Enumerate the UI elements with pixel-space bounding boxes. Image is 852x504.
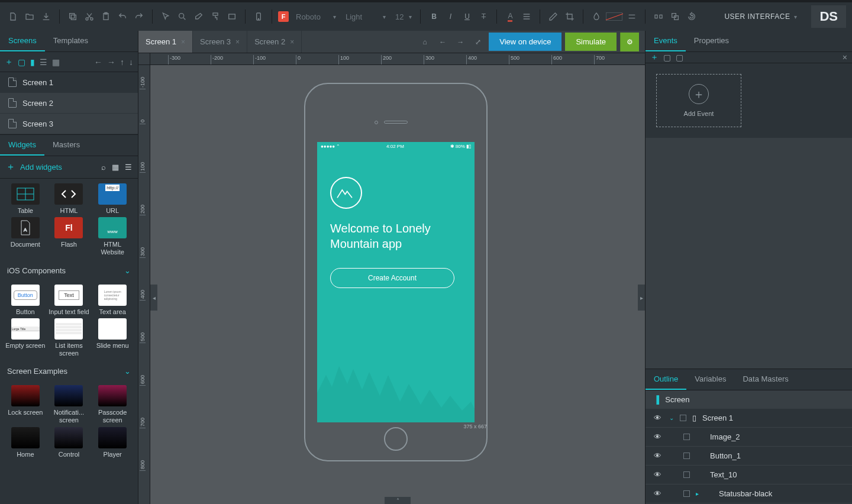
widget-item[interactable]: Large TitleEmpty screen: [5, 318, 46, 357]
widget-item[interactable]: Slide menu: [92, 318, 133, 357]
visibility-icon[interactable]: 👁: [654, 489, 663, 498]
underline-icon[interactable]: U: [460, 9, 474, 24]
eraser-icon[interactable]: [192, 9, 206, 24]
screen-item[interactable]: Screen 3: [0, 114, 138, 134]
pointer-icon[interactable]: [159, 9, 173, 24]
widget-item[interactable]: wwwHTML Website: [92, 217, 133, 256]
widget-item[interactable]: Player: [92, 427, 133, 458]
list-view-icon[interactable]: ☰: [40, 57, 47, 67]
widget-item[interactable]: http://URL: [92, 183, 133, 215]
widget-item[interactable]: Lock screen: [5, 385, 46, 424]
grid-icon[interactable]: ▦: [112, 163, 119, 172]
font-badge-icon[interactable]: F: [278, 11, 289, 22]
tab-screens[interactable]: Screens: [0, 31, 45, 51]
search-icon[interactable]: [175, 9, 189, 24]
new-file-icon[interactable]: [6, 9, 20, 24]
close-icon[interactable]: ×: [290, 38, 294, 46]
view-on-device-button[interactable]: View on device: [489, 33, 561, 51]
panel-toggle-left-icon[interactable]: ◂: [150, 285, 157, 311]
rotate-icon[interactable]: [685, 9, 699, 24]
outline-root[interactable]: ▐ Screen: [646, 390, 852, 409]
add-event-icon[interactable]: ＋: [650, 52, 659, 63]
font-weight-select[interactable]: Light: [341, 10, 388, 24]
back-icon[interactable]: ←: [435, 35, 450, 49]
add-screen-icon[interactable]: ＋: [5, 57, 13, 67]
forward-icon[interactable]: →: [453, 35, 467, 49]
canvas-tab[interactable]: Screen 2×: [247, 31, 302, 53]
undo-icon[interactable]: [115, 9, 130, 24]
outline-item[interactable]: 👁⌄▯Screen 1: [646, 409, 852, 428]
paste-icon[interactable]: [99, 9, 113, 24]
screen-examples-header[interactable]: Screen Examples ⌄: [0, 362, 138, 380]
close-icon[interactable]: ×: [235, 38, 240, 46]
panel-toggle-bottom-icon[interactable]: ˄: [385, 497, 411, 504]
tab-masters[interactable]: Masters: [44, 135, 88, 156]
tab-data-masters[interactable]: Data Masters: [734, 369, 796, 390]
widget-item[interactable]: Home: [5, 427, 46, 458]
phone-screen[interactable]: ●●●●● ⌃ 4:02 PM ✱ 80% ▮▯ Welcome to Lone…: [317, 142, 475, 422]
line-style-icon[interactable]: [625, 9, 639, 24]
chevron-right-icon[interactable]: ▸: [696, 490, 699, 497]
add-event-button[interactable]: ＋ Add Event: [656, 74, 741, 127]
visibility-icon[interactable]: 👁: [654, 413, 663, 422]
cut-icon[interactable]: [82, 9, 96, 24]
checkbox-icon[interactable]: [683, 490, 690, 497]
tab-templates[interactable]: Templates: [45, 31, 96, 51]
drop-icon[interactable]: [589, 9, 604, 24]
nav-back-icon[interactable]: ←: [94, 57, 102, 67]
tab-variables[interactable]: Variables: [686, 369, 734, 390]
canvas-tab[interactable]: Screen 1×: [138, 31, 193, 53]
widget-item[interactable]: Notificati... screen: [49, 385, 90, 424]
widget-item[interactable]: Control: [49, 427, 90, 458]
font-size-select[interactable]: 12: [390, 10, 414, 24]
widget-item[interactable]: Table: [5, 183, 46, 215]
checkbox-icon[interactable]: [683, 434, 690, 440]
edit-icon[interactable]: [546, 9, 560, 24]
canvas-tab[interactable]: Screen 3×: [193, 31, 247, 53]
text-color-icon[interactable]: A: [503, 9, 517, 24]
event-paste-icon[interactable]: ▢: [676, 53, 683, 62]
screen-item[interactable]: Screen 1: [0, 72, 138, 93]
bold-icon[interactable]: B: [427, 9, 441, 24]
font-family-select[interactable]: Roboto: [291, 10, 338, 24]
align-icon[interactable]: [519, 9, 534, 24]
list-icon[interactable]: ☰: [125, 163, 132, 172]
event-copy-icon[interactable]: ▢: [663, 53, 671, 62]
grid-view-icon[interactable]: ▦: [52, 57, 60, 67]
outline-item[interactable]: 👁Text_10: [646, 466, 852, 484]
home-icon[interactable]: ⌂: [418, 35, 432, 49]
widget-item[interactable]: FlFlash: [49, 217, 90, 256]
visibility-icon[interactable]: 👁: [654, 470, 663, 479]
nav-up-icon[interactable]: ↑: [120, 57, 124, 67]
nav-fwd-icon[interactable]: →: [107, 57, 115, 67]
outline-item[interactable]: 👁▸Statusbar-black: [646, 484, 852, 503]
widget-item[interactable]: Lorem ipsumconsecteturadipiscingText are…: [92, 285, 133, 316]
tab-outline[interactable]: Outline: [646, 369, 686, 390]
rectangle-icon[interactable]: [225, 9, 239, 24]
open-folder-icon[interactable]: [22, 9, 37, 24]
add-widgets-button[interactable]: ＋ Add widgets ⌕ ▦ ☰: [0, 156, 138, 179]
simulate-settings-icon[interactable]: ⚙: [620, 33, 639, 51]
checkbox-icon[interactable]: [680, 415, 686, 421]
user-menu[interactable]: USER INTERFACE: [719, 10, 799, 23]
arrange-spacing-icon[interactable]: [651, 9, 666, 24]
tab-widgets[interactable]: Widgets: [0, 135, 44, 156]
visibility-icon[interactable]: 👁: [654, 451, 663, 460]
tab-events[interactable]: Events: [646, 31, 686, 51]
ios-components-header[interactable]: iOS Components ⌄: [0, 261, 138, 280]
close-icon[interactable]: ×: [843, 53, 847, 62]
simulate-button[interactable]: Simulate: [565, 33, 617, 51]
stroke-color-icon[interactable]: [606, 12, 622, 21]
widget-item[interactable]: ADocument: [5, 217, 46, 256]
image-icon[interactable]: ▢: [18, 57, 25, 67]
tab-properties[interactable]: Properties: [686, 31, 737, 51]
arrange-order-icon[interactable]: [668, 9, 682, 24]
strikethrough-icon[interactable]: T: [476, 9, 490, 24]
canvas-viewport[interactable]: ◂ ▸ ˄ ●●●●● ⌃ 4:02 PM ✱ 80% ▮▯ Welcome t…: [150, 65, 645, 504]
crop-icon[interactable]: [563, 9, 577, 24]
screen-item[interactable]: Screen 2: [0, 93, 138, 114]
widget-item[interactable]: Passcode screen: [92, 385, 133, 424]
folder-icon[interactable]: ▮: [30, 57, 35, 67]
search-icon[interactable]: ⌕: [101, 163, 106, 172]
widget-item[interactable]: TextInput text field: [49, 285, 90, 316]
